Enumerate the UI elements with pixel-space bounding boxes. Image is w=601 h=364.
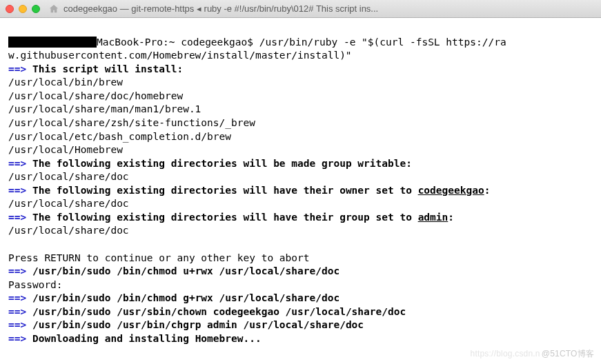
password-prompt: Password:	[8, 279, 63, 290]
arrow-icon: ==>	[8, 265, 26, 276]
dir-path: /usr/local/share/doc	[8, 171, 129, 182]
watermark: https://blog.csdn.n@51CTO博客	[471, 348, 594, 360]
dir-path: /usr/local/share/doc	[8, 198, 129, 209]
arrow-icon: ==>	[8, 63, 26, 74]
install-path: /usr/local/share/man/man1/brew.1	[8, 103, 201, 114]
window-titlebar: codegeekgao — git-remote-https ◂ ruby -e…	[0, 0, 601, 18]
section-install-title: This script will install:	[32, 63, 183, 74]
press-return-prompt: Press RETURN to continue or any other ke…	[8, 252, 310, 263]
dir-path: /usr/local/share/doc	[8, 225, 129, 236]
minimize-icon[interactable]	[19, 5, 27, 13]
window-title: codegeekgao — git-remote-https ◂ ruby -e…	[63, 3, 595, 14]
arrow-icon: ==>	[8, 292, 26, 303]
downloading-msg: Downloading and installing Homebrew...	[32, 333, 262, 344]
arrow-icon: ==>	[8, 333, 26, 344]
close-icon[interactable]	[6, 5, 14, 13]
arrow-icon: ==>	[8, 306, 26, 317]
traffic-lights	[6, 5, 40, 13]
arrow-icon: ==>	[8, 158, 26, 169]
zoom-icon[interactable]	[32, 5, 40, 13]
terminal-output[interactable]: MacBook-Pro:~ codegeekgao$ /usr/bin/ruby…	[0, 18, 601, 352]
owner-name: codegeekgao	[418, 185, 484, 196]
install-path: /usr/local/etc/bash_completion.d/brew	[8, 131, 231, 142]
install-path: /usr/local/Homebrew	[8, 144, 123, 155]
arrow-icon: ==>	[8, 319, 26, 330]
install-path: /usr/local/share/zsh/site-functions/_bre…	[8, 117, 255, 128]
section-group-title: The following existing directories will …	[32, 212, 454, 223]
section-group-writable-title: The following existing directories will …	[32, 158, 412, 169]
section-owner-title: The following existing directories will …	[32, 185, 490, 196]
group-name: admin	[418, 212, 449, 223]
install-path: /usr/local/bin/brew	[8, 77, 123, 88]
sudo-cmd: /usr/bin/sudo /bin/chmod g+rwx /usr/loca…	[32, 292, 339, 303]
command-line-1: /usr/bin/ruby -e "$(curl -fsSL https://r…	[259, 37, 506, 48]
sudo-cmd: /usr/bin/sudo /usr/bin/chgrp admin /usr/…	[32, 319, 364, 330]
arrow-icon: ==>	[8, 212, 26, 223]
sudo-cmd: /usr/bin/sudo /usr/sbin/chown codegeekga…	[32, 306, 406, 317]
sudo-cmd: /usr/bin/sudo /bin/chmod u+rwx /usr/loca…	[32, 265, 339, 276]
command-line-2: w.githubusercontent.com/Homebrew/install…	[8, 50, 352, 61]
shell-prompt: MacBook-Pro:~ codegeekgao$	[97, 37, 259, 48]
arrow-icon: ==>	[8, 185, 26, 196]
redacted-hostname	[8, 37, 97, 48]
install-path: /usr/local/share/doc/homebrew	[8, 90, 183, 101]
home-icon	[49, 4, 59, 14]
